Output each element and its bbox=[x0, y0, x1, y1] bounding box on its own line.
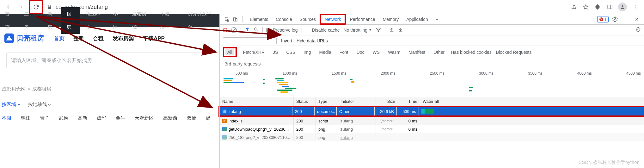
clear-icon[interactable] bbox=[231, 27, 237, 33]
menu-home[interactable]: 首页 bbox=[54, 35, 64, 42]
js-icon: JS bbox=[222, 119, 227, 123]
filter-img[interactable]: Img bbox=[302, 49, 313, 55]
nav-shangye[interactable]: 商业办公 bbox=[80, 7, 108, 34]
menu-fabu[interactable]: 发布房源 bbox=[113, 35, 134, 42]
img-icon bbox=[222, 135, 227, 140]
filter-css[interactable]: CSS bbox=[284, 49, 297, 55]
breadcrumb: 成都贝壳网>成都租房 bbox=[2, 86, 219, 92]
tab-console[interactable]: Console bbox=[272, 14, 296, 25]
disable-cache[interactable]: Disable cache bbox=[306, 28, 340, 33]
menu-hezu[interactable]: 合租 bbox=[93, 35, 104, 42]
filter-all[interactable]: All bbox=[225, 49, 234, 55]
filter-icon[interactable] bbox=[245, 27, 250, 33]
filter-input[interactable] bbox=[223, 37, 277, 44]
errors-badge[interactable]: ✕1 bbox=[597, 16, 609, 22]
menu-app[interactable]: 下载APP bbox=[143, 35, 165, 42]
nav-zufang[interactable]: 租房 bbox=[61, 7, 80, 34]
avatar[interactable] bbox=[618, 3, 627, 11]
network-timeline[interactable]: 500 ms1000 ms1500 ms2000 ms2500 ms3000 m… bbox=[220, 69, 644, 97]
svg-point-11 bbox=[638, 29, 639, 30]
star-icon[interactable] bbox=[582, 3, 590, 11]
nav-ershou[interactable]: 二手房 bbox=[19, 7, 42, 34]
filter-region[interactable]: 按区域 bbox=[2, 102, 21, 108]
svg-point-9 bbox=[255, 28, 257, 30]
tab-elements[interactable]: Elements bbox=[246, 14, 272, 25]
hide-dataurls[interactable]: Hide data URLs bbox=[297, 38, 328, 43]
record-icon[interactable] bbox=[223, 28, 227, 32]
logo[interactable]: 贝壳租房 bbox=[4, 33, 44, 44]
close-icon[interactable]: ✕ bbox=[633, 15, 641, 23]
nav-fabu[interactable]: 发布房源 bbox=[127, 7, 155, 34]
tab-sources[interactable]: Sources bbox=[296, 14, 320, 25]
tab-memory[interactable]: Memory bbox=[379, 14, 403, 25]
side-panel-icon[interactable] bbox=[606, 3, 614, 11]
preserve-log[interactable]: Preserve log bbox=[267, 28, 298, 33]
filter-wasm[interactable]: Wasm bbox=[386, 49, 402, 55]
menu-zhengzu[interactable]: 整租 bbox=[73, 35, 84, 42]
throttle-select[interactable]: No throttling ▼ bbox=[344, 28, 372, 33]
svg-point-4 bbox=[8, 36, 10, 37]
svg-point-8 bbox=[615, 18, 616, 20]
kebab-menu[interactable]: ⋮ bbox=[631, 3, 639, 11]
filter-media[interactable]: Media bbox=[317, 49, 333, 55]
nav-open[interactable]: 贝壳开放平台 bbox=[183, 7, 219, 34]
inspect-icon[interactable] bbox=[223, 15, 231, 23]
device-icon[interactable] bbox=[231, 15, 239, 23]
tab-application[interactable]: Application bbox=[402, 14, 432, 25]
filter-subway[interactable]: 按地铁线 bbox=[28, 102, 51, 108]
invert-filter[interactable]: Invert bbox=[281, 38, 292, 43]
net-row-zufang[interactable]: ▤zufang 200 docume... Other 20.6 kB 539 … bbox=[220, 107, 644, 115]
svg-rect-0 bbox=[608, 5, 612, 9]
search-input[interactable]: 请输入区域、商圈或小区名开始找房 bbox=[6, 53, 213, 68]
filter-ws[interactable]: WS bbox=[371, 49, 382, 55]
nav-xiaoqu[interactable]: 小区 bbox=[108, 7, 127, 34]
filter-other[interactable]: Other bbox=[432, 49, 446, 55]
share-icon[interactable] bbox=[570, 3, 578, 11]
net-headers: Name Status Type Initiator Size Time Wat… bbox=[220, 97, 644, 106]
net-settings-icon[interactable] bbox=[636, 27, 641, 33]
devtools-tabs: Elements Console Sources Network Perform… bbox=[220, 14, 644, 25]
site-top-nav: 首页 二手房 新房 租房 商业办公 小区 发布房源 下载APP 贝壳开放平台 bbox=[0, 14, 219, 27]
download-har-icon[interactable] bbox=[398, 27, 403, 33]
filter-fetchxhr[interactable]: Fetch/XHR bbox=[241, 49, 267, 55]
svg-point-2 bbox=[622, 5, 623, 7]
net-row[interactable]: 250_182.png?_v=20230807110... 200 png zu… bbox=[220, 133, 644, 141]
area-list: 不限 锦江 青羊 武侯 高新 成华 金牛 天府新区 高新西 双流 温 bbox=[2, 115, 219, 121]
blocked-cookies[interactable]: Has blocked cookies bbox=[451, 50, 491, 55]
blocked-requests[interactable]: Blocked Requests bbox=[496, 50, 532, 55]
filter-font[interactable]: Font bbox=[338, 49, 350, 55]
filter-doc[interactable]: Doc bbox=[355, 49, 366, 55]
search-icon[interactable] bbox=[254, 27, 259, 33]
extension-icon[interactable] bbox=[594, 3, 602, 11]
img-icon bbox=[222, 127, 227, 131]
tab-more[interactable]: » bbox=[432, 14, 442, 25]
svg-point-10 bbox=[378, 31, 379, 32]
tab-performance[interactable]: Performance bbox=[346, 14, 379, 25]
third-party-chk[interactable]: 3rd-party requests bbox=[225, 61, 261, 66]
settings-icon[interactable] bbox=[611, 15, 619, 23]
doc-icon: ▤ bbox=[222, 109, 227, 114]
wifi-icon[interactable] bbox=[376, 27, 381, 33]
nav-xinfang[interactable]: 新房 bbox=[42, 7, 61, 34]
nav-home[interactable]: 首页 bbox=[0, 7, 19, 34]
tab-network[interactable]: Network bbox=[320, 14, 346, 25]
net-row[interactable]: JSindex.js 200 script zufang (memor... 0… bbox=[220, 117, 644, 125]
filter-js[interactable]: JS bbox=[271, 49, 280, 55]
nav-app[interactable]: 下载APP bbox=[155, 7, 183, 34]
watermark: CSDN @张校长教你学python bbox=[579, 160, 640, 165]
svg-rect-7 bbox=[236, 18, 237, 21]
upload-har-icon[interactable] bbox=[389, 27, 394, 33]
net-row[interactable]: getDownloadQr.png?_v=20230... 200 png zu… bbox=[220, 125, 644, 133]
svg-rect-6 bbox=[234, 17, 236, 21]
filter-manifest[interactable]: Manifest bbox=[407, 49, 427, 55]
devtools-kebab[interactable]: ⋮ bbox=[622, 15, 630, 23]
